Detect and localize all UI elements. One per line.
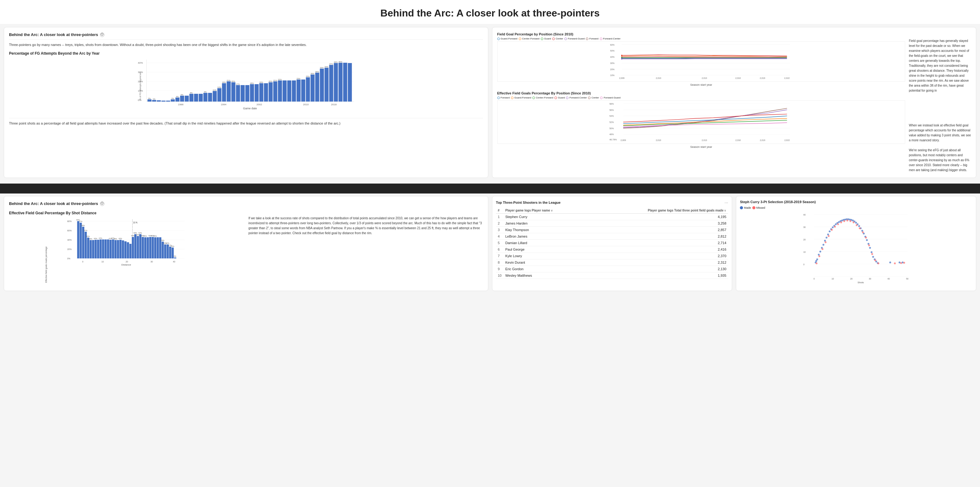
svg-point-285: [834, 226, 836, 228]
svg-rect-191: [146, 237, 149, 258]
svg-text:39%: 39%: [114, 238, 117, 240]
svg-text:40%: 40%: [119, 237, 122, 239]
svg-rect-18: [166, 100, 170, 102]
svg-text:10: 10: [832, 278, 834, 280]
svg-text:20: 20: [850, 278, 853, 280]
player-value-cell: 3,258: [590, 220, 728, 227]
efg-distance-chart-container: Effective Field Goal Percentage By Shot …: [9, 208, 243, 286]
svg-text:2%: 2%: [173, 255, 176, 257]
svg-point-304: [902, 261, 904, 263]
scatter-plot-svg: 40 30 20 10 0 0 10 20 30 40 50 Shots: [740, 211, 972, 286]
rank-cell: 9: [496, 266, 504, 272]
svg-text:30: 30: [869, 278, 871, 280]
top-left-panel: Behind the Arc: A closer look at three-p…: [4, 27, 488, 178]
top-left-panel-title: Behind the Arc: A closer look at three-p…: [9, 32, 483, 37]
player-name-cell: Eric Gordon: [504, 266, 590, 272]
svg-rect-82: [348, 63, 352, 102]
svg-rect-79: [339, 63, 343, 102]
rank-cell: 3: [496, 227, 504, 233]
svg-rect-153: [89, 240, 92, 258]
svg-text:45%: 45%: [143, 235, 147, 237]
svg-rect-46: [245, 85, 250, 102]
table-row: 2 James Harden 3,258: [496, 220, 729, 227]
svg-point-290: [850, 220, 851, 222]
rank-cell: 10: [496, 272, 504, 279]
svg-point-298: [874, 259, 876, 261]
player-name-cell: Klay Thompson: [504, 227, 590, 233]
svg-rect-19: [171, 99, 175, 102]
svg-text:28%: 28%: [310, 73, 315, 75]
value-header[interactable]: Player game logs Total three point field…: [590, 207, 728, 214]
svg-point-286: [837, 223, 839, 225]
svg-rect-202: [164, 244, 166, 258]
efg-legend-cf: Center-Forward: [532, 96, 553, 99]
svg-text:2,009: 2,009: [619, 77, 624, 79]
svg-point-299: [878, 263, 879, 264]
svg-text:40%: 40%: [138, 62, 143, 64]
svg-text:46.79%: 46.79%: [609, 138, 617, 141]
svg-text:52%: 52%: [138, 232, 142, 234]
chart1-x-label: Season start year: [497, 83, 905, 86]
svg-text:2018: 2018: [331, 103, 337, 106]
rank-cell: 7: [496, 253, 504, 259]
fg-pct-text: Field goal percentage has generally stay…: [909, 32, 971, 93]
svg-text:40%: 40%: [94, 237, 97, 239]
svg-text:2%: 2%: [148, 97, 151, 99]
svg-text:45%: 45%: [153, 235, 157, 237]
svg-rect-77: [334, 63, 338, 102]
svg-text:9%: 9%: [204, 91, 207, 93]
svg-point-280: [818, 255, 820, 257]
name-header[interactable]: Player game logs Player name ∨: [504, 207, 590, 214]
svg-rect-59: [283, 80, 287, 102]
svg-text:10: 10: [101, 261, 104, 263]
svg-text:21%: 21%: [227, 80, 231, 81]
svg-rect-16: [157, 100, 161, 102]
svg-rect-206: [169, 247, 171, 258]
svg-rect-158: [97, 240, 99, 258]
efg-legend-fg: Forward-Guard: [600, 96, 620, 99]
svg-point-238: [815, 260, 817, 262]
svg-rect-204: [167, 244, 169, 258]
svg-text:1%: 1%: [153, 98, 155, 100]
svg-rect-192: [149, 237, 151, 258]
svg-text:% of FG attempts beyond arc: % of FG attempts beyond arc: [139, 72, 142, 100]
svg-rect-166: [112, 239, 114, 258]
svg-text:60%: 60%: [610, 44, 614, 46]
svg-text:2010: 2010: [303, 103, 309, 106]
svg-rect-200: [162, 242, 164, 258]
svg-text:4%: 4%: [176, 95, 178, 97]
page-title: Behind the Arc: A closer look at three-p…: [0, 0, 980, 24]
efg-pct-text: When we instead look at effective field …: [909, 98, 971, 173]
player-value-cell: 2,812: [590, 233, 728, 240]
svg-text:56%: 56%: [609, 109, 614, 111]
scatter-title: Steph Curry 3-Pt Selection (2018-2019 Se…: [740, 200, 972, 204]
bottom-info-icon[interactable]: ⓘ: [100, 202, 104, 206]
svg-rect-73: [325, 68, 329, 102]
svg-text:52%: 52%: [609, 121, 614, 123]
svg-text:20: 20: [126, 261, 128, 263]
table-row: 9 Eric Gordon 2,130: [496, 266, 729, 272]
svg-point-293: [859, 228, 861, 229]
efg-distance-bar-chart: 80% 60% 40% 20% 0% 80%: [9, 216, 243, 285]
svg-point-289: [846, 220, 848, 221]
svg-point-283: [828, 235, 830, 237]
table-menu-icon[interactable]: ···: [725, 200, 729, 205]
scatter-legend-missed: Missed: [752, 206, 765, 209]
svg-text:33%: 33%: [320, 67, 324, 68]
scatter-legend: Made Missed: [740, 206, 972, 209]
svg-rect-71: [320, 68, 324, 102]
svg-rect-60: [287, 80, 291, 102]
svg-point-113: [621, 58, 622, 60]
svg-text:40: 40: [803, 214, 806, 216]
info-icon[interactable]: ⓘ: [100, 33, 104, 37]
svg-text:58%: 58%: [609, 103, 614, 105]
name-sort-icon[interactable]: ∨: [551, 209, 553, 212]
svg-point-251: [835, 223, 837, 225]
value-sort-icon[interactable]: ∨: [724, 209, 726, 212]
svg-rect-65: [306, 77, 310, 102]
svg-text:2,022: 2,022: [784, 139, 789, 141]
svg-rect-49: [255, 84, 259, 102]
svg-text:2,019: 2,019: [760, 139, 765, 141]
svg-text:6%: 6%: [180, 94, 183, 95]
svg-rect-155: [92, 240, 94, 258]
